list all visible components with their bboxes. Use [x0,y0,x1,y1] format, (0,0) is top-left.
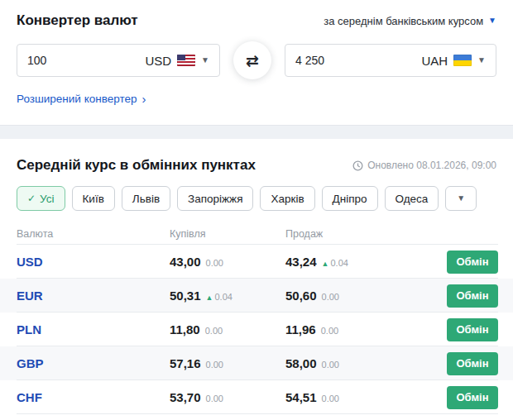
sell-delta: ▲0.04 [322,258,348,268]
city-filter-chip[interactable]: ✓ Одеса [385,186,439,211]
currency-code-link[interactable]: USD [17,255,170,269]
currency-code-link[interactable]: EUR [17,289,170,303]
sell-value: 54,51 [285,390,317,404]
buy-value: 43,00 [170,255,201,269]
check-icon: ✓ [27,193,36,204]
chevron-down-icon: ▼ [488,17,496,25]
chevron-down-icon: ▼ [201,56,209,64]
sell-delta: ▲0.00 [322,394,339,403]
to-currency-code: UAH [421,54,448,68]
from-currency-box: USD ▼ [17,44,220,77]
buy-delta: ▲0.04 [206,292,233,302]
buy-value: 57,16 [170,356,201,370]
rates-table-body: USD 43,00 ▲0.00 43,24 ▲0.04 Обмін EUR 50… [0,245,513,414]
rate-row: USD 43,00 ▲0.00 43,24 ▲0.04 Обмін [0,245,513,279]
up-arrow-icon: ▲ [322,260,329,268]
column-sell: Продаж [285,228,443,240]
from-amount-input[interactable] [27,54,118,67]
buy-delta: ▲0.00 [206,258,223,268]
chevron-down-icon: ▼ [477,56,486,64]
rate-row: GBP 57,16 ▲0.00 58,00 ▲0.00 Обмін [0,346,513,380]
buy-delta: ▲0.00 [206,394,223,403]
rates-header: Середній курс в обмінних пунктах Оновлен… [17,157,496,174]
converter-row: USD ▼ ⇄ UAH ▼ [17,44,496,77]
exchange-button[interactable]: Обмін [447,318,498,341]
sell-value: 50,60 [285,289,317,303]
chevron-right-icon: › [141,93,146,105]
rate-row: EUR 50,31 ▲0.04 50,60 ▲0.00 Обмін [0,279,513,313]
to-amount-input[interactable] [295,54,386,67]
city-filter-chip[interactable]: ✓ Харків [260,186,314,211]
to-currency-select[interactable]: UAH ▼ [421,54,486,68]
city-filter-label: Запоріжжя [188,193,242,205]
exchange-button[interactable]: Обмін [447,352,498,375]
from-currency-code: USD [145,54,171,68]
buy-value: 11,80 [170,322,200,336]
sell-value: 11,96 [285,322,316,336]
converter-card: Конвертер валют за середнім банківським … [0,0,513,125]
rates-table-header: Валюта Купівля Продаж [0,222,513,245]
sell-cell: 43,24 ▲0.04 [285,255,443,269]
converter-title: Конвертер валют [17,12,138,29]
city-filter-chip[interactable]: ✓ Запоріжжя [177,186,253,211]
city-filters: ✓ Усі ✓ Київ ✓ Львів ✓ Запоріжжя ✓ Харкі… [17,186,496,211]
buy-value: 53,70 [170,390,201,404]
swap-currencies-button[interactable]: ⇄ [233,41,271,79]
currency-code-link[interactable]: CHF [17,390,170,404]
sell-cell: 54,51 ▲0.00 [285,390,443,404]
buy-cell: 57,16 ▲0.00 [170,356,285,370]
more-cities-button[interactable]: ▼ [445,186,477,211]
up-arrow-icon: ▲ [206,294,213,302]
currency-code-link[interactable]: PLN [17,322,170,336]
rate-row: PLN 11,80 ▲0.00 11,96 ▲0.00 Обмін [0,313,513,346]
city-filter-label: Київ [83,193,104,205]
sell-cell: 58,00 ▲0.00 [285,356,443,370]
exchange-button[interactable]: Обмін [447,251,498,274]
to-currency-box: UAH ▼ [285,44,496,77]
city-filter-label: Дніпро [333,193,367,205]
column-currency: Валюта [17,228,170,240]
section-divider [0,125,513,139]
city-filter-chip[interactable]: ✓ Дніпро [322,186,378,211]
rates-card: Середній курс в обмінних пунктах Оновлен… [0,157,513,414]
city-filter-label: Харків [271,193,304,205]
swap-area: ⇄ [220,41,285,79]
buy-cell: 53,70 ▲0.00 [170,390,285,404]
buy-delta: ▲0.00 [206,360,223,370]
city-filter-label: Одеса [396,193,429,205]
column-buy: Купівля [170,228,285,240]
currency-code-link[interactable]: GBP [17,356,170,370]
rate-row: CHF 53,70 ▲0.00 54,51 ▲0.00 Обмін [0,380,513,414]
sell-delta: ▲0.00 [321,326,338,336]
updated-timestamp: Оновлено 08.01.2026, 09:00 [352,160,496,171]
city-filter-label: Львів [132,193,160,205]
rate-mode-dropdown[interactable]: за середнім банківським курсом ▼ [324,15,496,27]
buy-cell: 11,80 ▲0.00 [170,322,285,336]
buy-value: 50,31 [170,289,201,303]
buy-cell: 50,31 ▲0.04 [170,289,285,303]
buy-delta: ▲0.00 [205,326,223,336]
us-flag-icon [177,55,195,66]
city-filter-chip[interactable]: ✓ Київ [72,186,115,211]
rate-mode-label: за середнім банківським курсом [324,15,483,27]
clock-icon [352,160,363,171]
rates-title: Середній курс в обмінних пунктах [17,157,256,174]
rates-table: Валюта Купівля Продаж USD 43,00 ▲0.00 43… [0,222,513,414]
converter-header: Конвертер валют за середнім банківським … [17,0,496,29]
city-filter-chip[interactable]: ✓ Львів [122,186,170,211]
sell-value: 43,24 [285,255,317,269]
buy-cell: 43,00 ▲0.00 [170,255,285,269]
sell-cell: 50,60 ▲0.00 [285,289,443,303]
city-filter-label: Усі [40,193,54,205]
exchange-button[interactable]: Обмін [447,284,498,308]
chevron-down-icon: ▼ [457,194,465,203]
sell-delta: ▲0.00 [322,292,339,302]
extended-converter-link[interactable]: Розширений конвертер › [17,93,146,105]
sell-delta: ▲0.00 [322,360,339,370]
city-filter-chip[interactable]: ✓ Усі [17,186,65,211]
ua-flag-icon [453,55,472,66]
sell-cell: 11,96 ▲0.00 [285,322,443,336]
from-currency-select[interactable]: USD ▼ [145,54,209,68]
exchange-button[interactable]: Обмін [447,386,498,409]
sell-value: 58,00 [285,356,317,370]
